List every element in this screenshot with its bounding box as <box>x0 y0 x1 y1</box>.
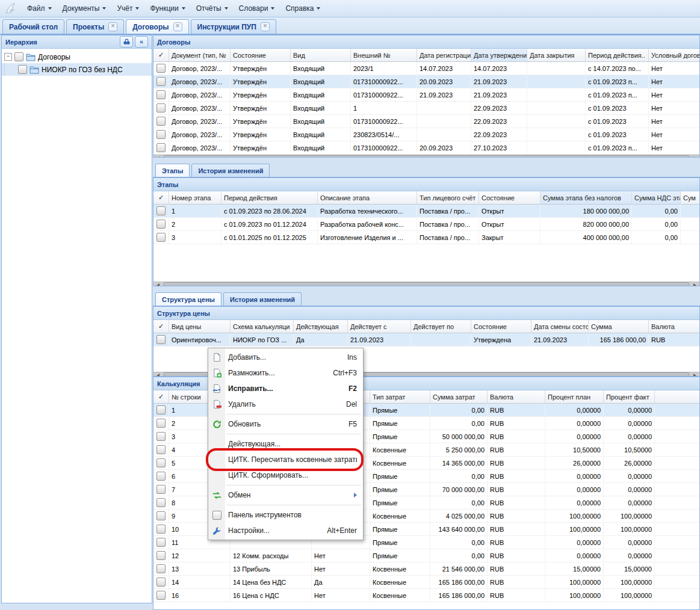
row-checkbox[interactable] <box>156 485 166 494</box>
column-header[interactable]: Номер этапа <box>169 191 221 204</box>
row-checkbox-cell[interactable] <box>153 470 169 482</box>
column-header[interactable]: Состояние <box>471 320 531 333</box>
scrollbar-thumb[interactable] <box>164 282 689 286</box>
row-checkbox-cell[interactable] <box>153 417 169 430</box>
select-all-header[interactable]: ✓ <box>153 320 169 333</box>
row-checkbox-cell[interactable] <box>153 562 169 575</box>
row-checkbox[interactable] <box>156 419 166 428</box>
row-checkbox[interactable] <box>156 405 166 414</box>
table-row[interactable]: 1414 Цена без НДСДаКосвенные165 186 000,… <box>153 576 699 589</box>
row-checkbox-cell[interactable] <box>153 589 169 602</box>
table-row[interactable]: Договор, 2023/...УтверждёнВходящий122.09… <box>153 102 699 115</box>
tab-stages[interactable]: Этапы <box>155 164 190 177</box>
scrollbar-thumb[interactable] <box>164 155 689 158</box>
scroll-left-icon[interactable] <box>153 372 163 377</box>
scroll-left-icon[interactable] <box>153 155 163 158</box>
table-row[interactable]: Договор, 2023/...УтверждёнВходящий017310… <box>153 75 699 88</box>
row-checkbox-cell[interactable] <box>153 496 169 509</box>
column-header[interactable]: Валюта <box>649 320 700 333</box>
row-checkbox[interactable] <box>156 564 166 573</box>
table-row[interactable]: 2с 01.09.2023 по 01.12.2024Разработка ра… <box>153 218 699 231</box>
column-header[interactable]: Дата смены состоя <box>531 320 589 333</box>
row-checkbox-cell[interactable] <box>153 75 169 88</box>
row-checkbox[interactable] <box>156 90 166 99</box>
column-header[interactable]: Дата утверждения <box>471 49 527 61</box>
row-checkbox[interactable] <box>156 77 166 86</box>
column-header[interactable]: Валюта <box>488 390 545 403</box>
select-all-header[interactable]: ✓ <box>153 191 169 204</box>
row-checkbox-cell[interactable] <box>153 404 169 416</box>
row-checkbox[interactable] <box>156 130 166 139</box>
row-checkbox-cell[interactable] <box>153 102 169 114</box>
column-header[interactable]: Действующая <box>294 320 348 333</box>
menubar-item-reports[interactable]: Отчёты <box>191 2 234 14</box>
menubar-item-functions[interactable]: Функции <box>144 2 190 14</box>
column-header[interactable]: Тип лицевого счёт <box>417 191 479 204</box>
tab-pup-instructions[interactable]: Инструкции ПУП✕ <box>191 19 276 34</box>
select-all-header[interactable]: ✓ <box>153 49 169 61</box>
row-checkbox-cell[interactable] <box>153 576 169 588</box>
table-row[interactable]: Договор, 2023/...УтверждёнВходящий2023/1… <box>153 62 699 75</box>
table-row[interactable]: 1212 Комм. расходыНетПрямые0,00RUB0,0000… <box>153 549 699 562</box>
close-icon[interactable]: ✕ <box>173 22 182 31</box>
row-checkbox[interactable] <box>156 64 166 73</box>
row-checkbox-cell[interactable] <box>153 523 169 535</box>
row-checkbox[interactable] <box>156 511 166 520</box>
row-checkbox[interactable] <box>156 233 166 242</box>
tab-price-history[interactable]: История изменений <box>223 292 302 306</box>
collapse-minus-icon[interactable]: − <box>4 53 12 61</box>
menu-item-exchange[interactable]: Обмен <box>208 487 363 503</box>
menu-item-citk-generate[interactable]: ЦИТК. Сформировать... <box>208 467 363 483</box>
tree-node-label[interactable]: НИОКР по ГОЗ без НДС <box>42 66 123 74</box>
column-header[interactable]: Описание этапа <box>318 191 417 204</box>
column-header[interactable]: Сумма <box>589 320 649 333</box>
column-header[interactable]: Дата закрытия <box>527 49 586 61</box>
row-checkbox-cell[interactable] <box>153 231 169 244</box>
tab-stages-history[interactable]: История изменений <box>191 164 270 177</box>
row-checkbox-cell[interactable] <box>153 457 169 469</box>
row-checkbox[interactable] <box>156 591 166 600</box>
menu-item-delete[interactable]: УдалитьDel <box>208 396 363 412</box>
row-checkbox-cell[interactable] <box>153 549 169 562</box>
column-header[interactable]: Процент план <box>545 390 604 403</box>
hierarchy-search-button[interactable] <box>120 36 133 48</box>
row-checkbox-cell[interactable] <box>153 62 169 75</box>
row-checkbox[interactable] <box>156 538 166 547</box>
tree-node-niokr[interactable]: НИОКР по ГОЗ без НДС <box>2 63 152 76</box>
close-icon[interactable]: ✕ <box>261 22 270 31</box>
column-header[interactable]: Условный догов <box>649 49 700 61</box>
close-icon[interactable]: ✕ <box>108 22 117 31</box>
column-header[interactable]: Сумма этапа без налогов <box>540 191 632 204</box>
menubar-item-accounting[interactable]: Учёт <box>111 2 144 14</box>
row-checkbox-cell[interactable] <box>153 443 169 456</box>
row-checkbox[interactable] <box>156 578 166 587</box>
table-row[interactable]: Ориентировоч...НИОКР по ГОЗ ...Да21.09.2… <box>153 333 699 347</box>
table-row[interactable]: Договор, 2023/...УтверждёнВходящий017310… <box>153 115 699 128</box>
row-checkbox[interactable] <box>156 458 166 467</box>
column-header[interactable]: Действует по <box>411 320 471 333</box>
row-checkbox-cell[interactable] <box>153 115 169 128</box>
row-checkbox[interactable] <box>156 525 166 534</box>
select-all-header[interactable]: ✓ <box>153 390 169 403</box>
menubar-item-documents[interactable]: Документы <box>57 2 112 14</box>
tree-node-label[interactable]: Договоры <box>38 53 70 61</box>
column-header[interactable]: Процент факт <box>604 390 655 403</box>
column-header[interactable]: Вид цены <box>169 320 231 333</box>
scroll-right-icon[interactable] <box>690 372 699 377</box>
horizontal-scrollbar[interactable] <box>153 155 699 158</box>
column-header[interactable]: Сум <box>681 191 700 204</box>
row-checkbox-cell[interactable] <box>153 88 169 101</box>
row-checkbox[interactable] <box>156 432 166 441</box>
column-header[interactable]: Период действия.. <box>586 49 649 61</box>
table-row[interactable]: Договор, 2023/...УтверждёнВходящий017310… <box>153 141 699 155</box>
column-header[interactable]: Тип затрат <box>370 390 430 403</box>
menu-item-toolbar-toggle[interactable]: Панель инструментов <box>208 507 363 523</box>
menubar-item-help[interactable]: Справка <box>280 2 326 14</box>
table-row[interactable]: Договор, 2023/...УтверждёнВходящий230823… <box>153 128 699 141</box>
menu-item-set-current[interactable]: Действующая... <box>208 436 363 452</box>
row-checkbox-cell[interactable] <box>153 430 169 443</box>
column-header[interactable]: Дата регистрации. <box>417 49 471 61</box>
column-header[interactable]: Состояние <box>231 49 291 61</box>
row-checkbox-cell[interactable] <box>153 205 169 217</box>
column-header[interactable]: Внешний № <box>351 49 417 61</box>
